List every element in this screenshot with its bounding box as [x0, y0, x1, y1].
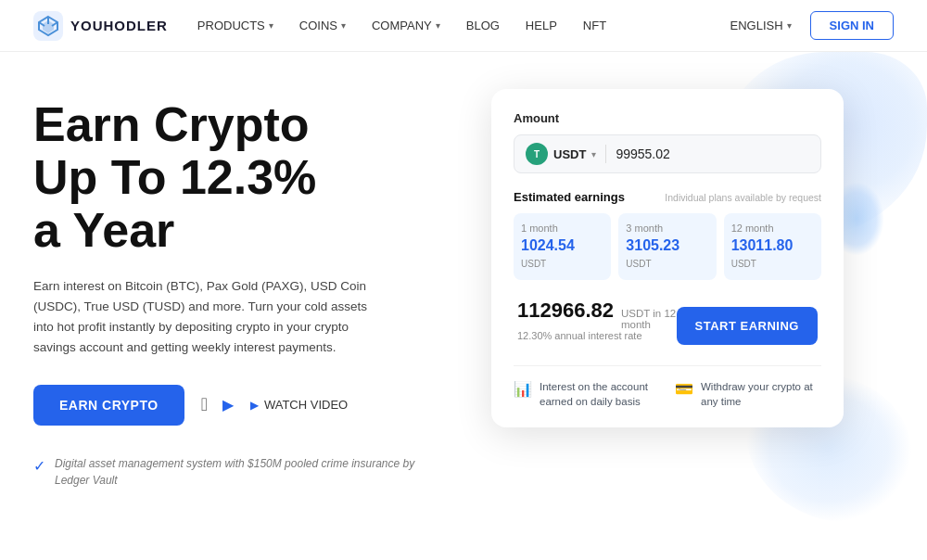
app-icons:  ▶: [201, 394, 234, 415]
feature-withdraw-text: Withdraw your crypto at any time: [701, 379, 821, 409]
brand-name: YOUHODLER: [70, 18, 168, 33]
feature-interest-text: Interest on the account earned on daily …: [540, 379, 660, 409]
chevron-down-icon: ▾: [341, 20, 346, 31]
features-row: 📊 Interest on the account earned on dail…: [514, 365, 821, 409]
period-value: 3105.23 USDT: [626, 237, 708, 271]
sign-in-button[interactable]: SIGN IN: [810, 11, 894, 40]
amount-value: 99955.02: [616, 146, 669, 161]
token-name: USDT: [553, 147, 586, 161]
total-amount-row: 112966.82 USDT in 12 month: [517, 299, 677, 330]
earn-crypto-button[interactable]: EARN CRYPTO: [33, 385, 184, 426]
total-meta: USDT in 12 month: [621, 308, 677, 330]
estimated-earnings-row: Estimated earnings Individual plans avai…: [514, 190, 821, 204]
estimated-label: Estimated earnings: [514, 190, 625, 204]
chevron-down-icon: ▾: [269, 20, 273, 31]
chart-icon: 📊: [514, 380, 532, 398]
logo[interactable]: YOUHODLER: [33, 11, 168, 41]
token-selector[interactable]: T USDT ▾: [526, 143, 596, 165]
card-icon: 💳: [675, 380, 693, 398]
watch-video-link[interactable]: ▶ WATCH VIDEO: [250, 398, 348, 412]
feature-interest: 📊 Interest on the account earned on dail…: [514, 379, 660, 409]
total-row: 112966.82 USDT in 12 month 12.30% annual…: [514, 299, 821, 352]
period-value: 13011.80 USDT: [731, 237, 814, 271]
play-icon: ▶: [250, 399, 259, 412]
nav-nft[interactable]: NFT: [583, 19, 606, 32]
nav-products[interactable]: PRODUCTS ▾: [197, 19, 273, 32]
nav-right: ENGLISH ▾ SIGN IN: [730, 11, 894, 40]
check-icon: ✓: [33, 457, 45, 475]
hero-section: Earn Crypto Up To 12.3% a Year Earn inte…: [33, 89, 441, 541]
total-rate: 12.30% annual interest rate: [517, 330, 677, 341]
trust-badge: ✓ Digital asset management system with $…: [33, 455, 441, 489]
period-12month[interactable]: 12 month 13011.80 USDT: [724, 213, 821, 280]
nav-company[interactable]: COMPANY ▾: [372, 19, 440, 32]
calculator-section: Amount T USDT ▾ 99955.02 Estimated earni…: [441, 89, 894, 541]
language-selector[interactable]: ENGLISH ▾: [730, 19, 792, 32]
period-label: 12 month: [731, 223, 814, 234]
period-label: 1 month: [521, 223, 603, 234]
hero-description: Earn interest on Bitcoin (BTC), Pax Gold…: [33, 276, 376, 359]
start-earning-button[interactable]: START EARNING: [677, 307, 818, 345]
calculator-card: Amount T USDT ▾ 99955.02 Estimated earni…: [491, 89, 844, 427]
feature-withdraw: 💳 Withdraw your crypto at any time: [675, 379, 821, 409]
token-icon: T: [526, 143, 548, 165]
individual-note: Individual plans available by request: [665, 192, 821, 203]
divider: [605, 145, 606, 163]
total-info: 112966.82 USDT in 12 month 12.30% annual…: [517, 299, 677, 352]
period-label: 3 month: [626, 223, 708, 234]
amount-row: T USDT ▾ 99955.02: [514, 134, 821, 173]
period-1month[interactable]: 1 month 1024.54 USDT: [514, 213, 611, 280]
main-content: Earn Crypto Up To 12.3% a Year Earn inte…: [0, 52, 927, 560]
google-play-icon[interactable]: ▶: [222, 396, 234, 414]
amount-label: Amount: [514, 111, 821, 125]
periods-row: 1 month 1024.54 USDT 3 month 3105.23 USD…: [514, 213, 821, 280]
cta-row: EARN CRYPTO  ▶ ▶ WATCH VIDEO: [33, 385, 441, 426]
nav-help[interactable]: HELP: [526, 19, 557, 32]
nav-links: PRODUCTS ▾ COINS ▾ COMPANY ▾ BLOG HELP N…: [197, 19, 730, 32]
chevron-down-icon: ▾: [436, 20, 440, 31]
nav-blog[interactable]: BLOG: [466, 19, 500, 32]
chevron-down-icon: ▾: [787, 20, 792, 31]
navbar: YOUHODLER PRODUCTS ▾ COINS ▾ COMPANY ▾ B…: [0, 0, 927, 52]
chevron-down-icon: ▾: [591, 149, 596, 159]
period-3month[interactable]: 3 month 3105.23 USDT: [618, 213, 716, 280]
hero-title: Earn Crypto Up To 12.3% a Year: [33, 98, 441, 258]
logo-icon: [33, 11, 63, 41]
trust-text: Digital asset management system with $15…: [55, 455, 441, 489]
period-value: 1024.54 USDT: [521, 237, 603, 271]
total-amount: 112966.82: [517, 299, 614, 323]
apple-app-store-icon[interactable]: : [201, 394, 208, 415]
nav-coins[interactable]: COINS ▾: [299, 19, 346, 32]
